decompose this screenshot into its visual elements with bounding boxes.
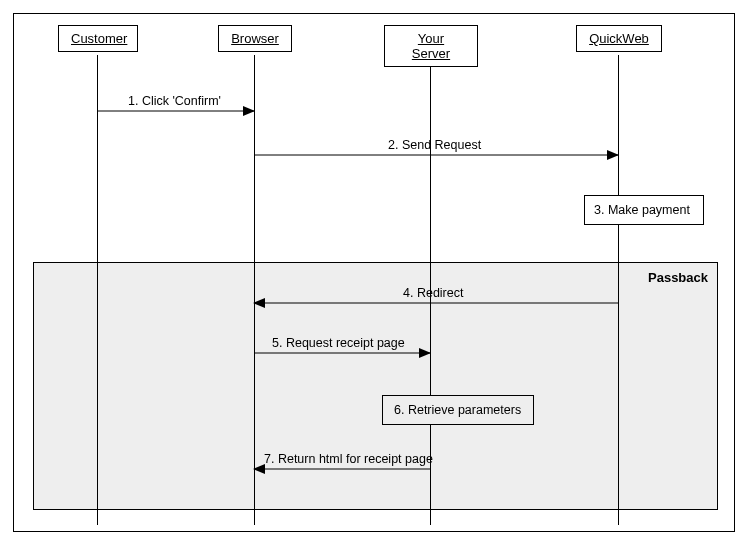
actor-server: Your Server	[384, 25, 478, 67]
lifeline-customer	[97, 55, 98, 525]
actor-customer: Customer	[58, 25, 138, 52]
actor-quickweb: QuickWeb	[576, 25, 662, 52]
msg6-label: 6. Retrieve parameters	[394, 403, 521, 417]
msg4-label: 4. Redirect	[403, 286, 463, 300]
msg5-label: 5. Request receipt page	[272, 336, 405, 350]
passback-label: Passback	[648, 270, 708, 285]
actor-browser: Browser	[218, 25, 292, 52]
passback-fragment	[33, 262, 718, 510]
msg2-label: 2. Send Request	[388, 138, 481, 152]
lifeline-quickweb	[618, 55, 619, 525]
msg3-label: 3. Make payment	[594, 203, 690, 217]
msg7-label: 7. Return html for receipt page	[264, 452, 433, 466]
msg1-label: 1. Click 'Confirm'	[128, 94, 221, 108]
diagram-wrapper: Passback Customer Browser Your Server Qu…	[0, 0, 748, 545]
lifeline-browser	[254, 55, 255, 525]
